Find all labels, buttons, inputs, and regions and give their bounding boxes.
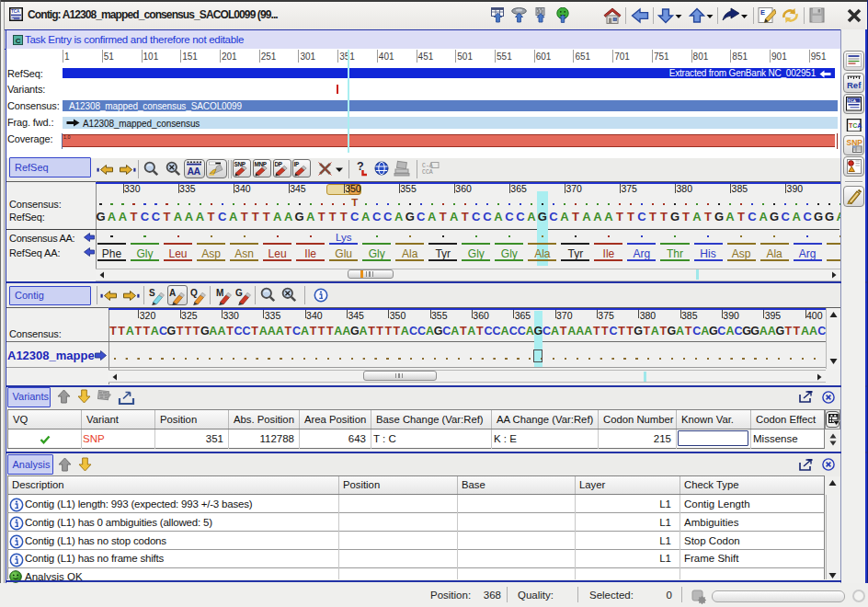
svg-text:TCA: TCA (11, 9, 20, 14)
svg-text:CCA: CCA (422, 169, 433, 175)
svg-text:M: M (216, 288, 223, 298)
svg-text:Q: Q (190, 288, 198, 298)
svg-text:MNP: MNP (255, 161, 268, 167)
svg-text:G: G (235, 288, 243, 298)
svg-text:AA: AA (188, 166, 201, 177)
svg-text:E: E (760, 8, 765, 17)
svg-text:TCA: TCA (849, 122, 862, 129)
svg-text:IP: IP (294, 161, 300, 167)
svg-text:TCA: TCA (848, 98, 857, 103)
svg-text:Ref: Ref (847, 80, 862, 90)
svg-text:C: C (16, 36, 21, 44)
svg-text:A: A (169, 288, 176, 298)
svg-text:S: S (149, 288, 155, 298)
svg-text:DP: DP (275, 161, 283, 167)
